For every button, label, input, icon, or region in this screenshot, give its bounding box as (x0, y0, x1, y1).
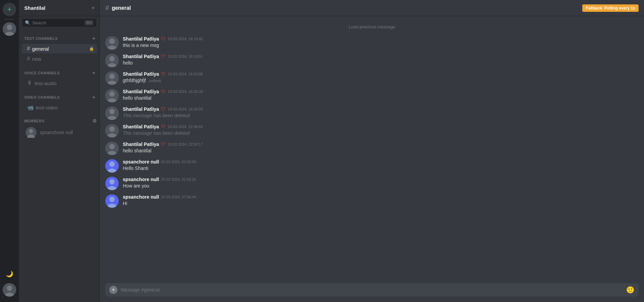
fallback-badge: Fallback: Polling every 1s (582, 4, 639, 12)
search-bar[interactable]: 🔍 Search ⌘K (22, 19, 96, 27)
add-text-channel-button[interactable]: + (91, 35, 97, 42)
svg-point-7 (29, 129, 33, 133)
message-content: Shantilal Patliya 🛡 19 03 2024, 16:19:51… (123, 54, 639, 67)
table-row: Shantilal Patliya 🛡 19 03 2024, 22:58:17… (100, 140, 644, 156)
message-attach-button[interactable]: + (109, 286, 117, 294)
message-content: Shantilal Patliya 🛡 19 03 2024, 22:38:43… (123, 124, 639, 137)
member-item-spsanchore[interactable]: spsanchore null (22, 125, 97, 140)
members-gear-icon[interactable]: ⚙ (92, 118, 97, 124)
message-author: spsanchore null (123, 177, 159, 182)
server-icon[interactable] (3, 22, 16, 36)
members-label: MEMBERS (24, 119, 45, 123)
lock-icon-general: 🔒 (89, 46, 94, 51)
message-header: spsanchore null 20 03 2024, 07:56:44 (123, 194, 639, 200)
message-header: spsanchore null 20 03 2024, 01:58:09 (123, 159, 639, 165)
channel-item-test-video[interactable]: 📹 test-video (22, 103, 97, 112)
channel-name-test-audio: test-audio (34, 80, 57, 86)
server-bar: + 🌙 (0, 0, 19, 302)
theme-toggle-button[interactable]: 🌙 (6, 270, 13, 278)
message-input-area: + Message #general 🙂 (100, 280, 644, 302)
microphone-icon: 🎙 (27, 80, 32, 86)
message-text: gthfdhjghfjf (edited) (123, 77, 639, 84)
table-row: Shantilal Patliya 🛡 19 03 2024, 16:20:00… (100, 70, 644, 86)
avatar (105, 89, 119, 102)
message-text: Hello Shanti (123, 165, 639, 172)
channel-name-general: general (32, 46, 49, 52)
messages-area: Load previous message Shantilal Patliya … (100, 16, 644, 280)
channel-name-test-video: test-video (36, 105, 58, 110)
search-placeholder: Search (32, 20, 83, 25)
search-icon: 🔍 (25, 20, 30, 25)
video-channels-section-header: VIDEO CHANNELS + (19, 88, 100, 102)
author-badge: 🛡 (161, 106, 166, 112)
message-content: spsanchore null 20 03 2024, 07:56:44 Hi (123, 194, 639, 207)
message-author: Shantilal Patliya (123, 142, 159, 147)
message-time: 19 03 2024, 22:58:17 (168, 142, 203, 146)
message-header: Shantilal Patliya 🛡 19 03 2024, 16:20:00 (123, 71, 639, 77)
message-time: 19 03 2024, 22:38:43 (168, 125, 203, 129)
message-content: Shantilal Patliya 🛡 19 03 2024, 22:58:17… (123, 142, 639, 154)
avatar (105, 71, 119, 85)
table-row: Shantilal Patliya 🛡 19 03 2024, 16:19:42… (100, 35, 644, 51)
author-badge: 🛡 (161, 71, 166, 77)
svg-point-31 (109, 161, 115, 167)
author-badge: 🛡 (161, 89, 166, 94)
svg-point-13 (109, 56, 115, 61)
main-content: # general Fallback: Polling every 1s Loa… (100, 0, 644, 302)
table-row: Shantilal Patliya 🛡 19 03 2024, 22:38:43… (100, 123, 644, 139)
svg-point-10 (109, 39, 115, 44)
svg-point-37 (109, 197, 115, 202)
message-author: Shantilal Patliya (123, 124, 159, 129)
avatar (105, 124, 119, 137)
message-header: Shantilal Patliya 🛡 19 03 2024, 22:38:43 (123, 124, 639, 129)
table-row: spsanchore null 20 03 2024, 01:58:25 How… (100, 175, 644, 192)
svg-point-28 (109, 144, 115, 149)
message-author: Shantilal Patliya (123, 89, 159, 94)
svg-point-25 (109, 126, 115, 132)
voice-channels-section-header: VOICE CHANNELS + (19, 64, 100, 78)
svg-point-16 (109, 74, 115, 79)
message-author: Shantilal Patliya (123, 106, 159, 112)
channel-header: # general Fallback: Polling every 1s (100, 0, 644, 16)
server-name-label: Shantilal (24, 5, 46, 11)
channel-item-new[interactable]: # new (22, 54, 97, 64)
user-avatar-bottom[interactable] (3, 283, 16, 297)
member-name-spsanchore: spsanchore null (40, 130, 73, 135)
member-avatar-spsanchore (26, 127, 36, 138)
message-text: hello shantilal (123, 148, 639, 154)
message-text: How are you (123, 183, 639, 190)
message-author: spsanchore null (123, 159, 159, 165)
message-time: 20 03 2024, 01:58:25 (161, 177, 196, 181)
avatar (105, 194, 119, 208)
message-input-placeholder[interactable]: Message #general (121, 287, 623, 293)
author-badge: 🛡 (161, 54, 166, 59)
message-text: hello (123, 60, 639, 67)
avatar (105, 36, 119, 50)
channel-item-test-audio[interactable]: 🎙 test-audio (22, 78, 97, 88)
video-channels-label: VIDEO CHANNELS (24, 95, 60, 99)
message-author: Shantilal Patliya (123, 71, 159, 77)
add-video-channel-button[interactable]: + (91, 94, 97, 101)
message-input-box[interactable]: + Message #general 🙂 (105, 283, 639, 297)
message-author: Shantilal Patliya (123, 36, 159, 42)
hash-icon-general: # (27, 46, 30, 52)
table-row: spsanchore null 20 03 2024, 07:56:44 Hi (100, 193, 644, 209)
avatar (105, 106, 119, 120)
emoji-picker-button[interactable]: 🙂 (626, 286, 635, 294)
load-previous-button[interactable]: Load previous message (100, 22, 644, 35)
add-voice-channel-button[interactable]: + (91, 69, 97, 77)
server-dropdown-icon: ▾ (92, 6, 94, 10)
message-time: 19 03 2024, 16:20:00 (168, 72, 203, 76)
channel-item-general[interactable]: # general 🔒 (22, 44, 97, 53)
svg-point-19 (109, 91, 115, 97)
edited-label: (edited) (148, 79, 161, 83)
channel-header-name: general (112, 5, 131, 11)
svg-point-34 (109, 179, 115, 184)
avatar (105, 54, 119, 67)
message-header: spsanchore null 20 03 2024, 01:58:25 (123, 177, 639, 182)
add-server-button[interactable]: + (3, 3, 16, 16)
table-row: Shantilal Patliya 🛡 19 03 2024, 16:26:58… (100, 105, 644, 121)
server-name-header[interactable]: Shantilal ▾ (19, 0, 100, 16)
avatar (105, 142, 119, 155)
author-badge: 🛡 (161, 124, 166, 129)
